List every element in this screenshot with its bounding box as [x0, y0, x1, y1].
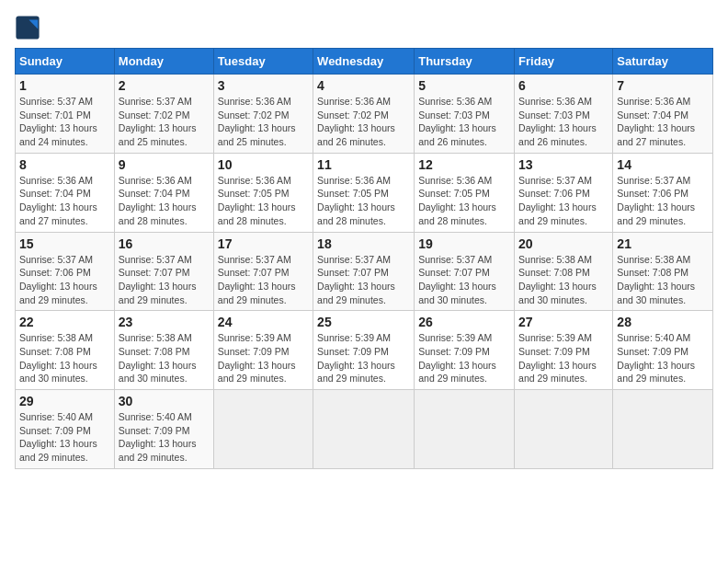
- day-number: 30: [119, 394, 210, 408]
- calendar-day-cell: 1 Sunrise: 5:37 AM Sunset: 7:01 PM Dayli…: [16, 75, 115, 154]
- day-number: 10: [218, 157, 309, 172]
- calendar-table: SundayMondayTuesdayWednesdayThursdayFrid…: [15, 48, 713, 469]
- day-number: 3: [218, 78, 309, 93]
- weekday-header: Wednesday: [313, 49, 415, 75]
- day-info: Sunrise: 5:37 AM Sunset: 7:07 PM Dayligh…: [119, 253, 210, 307]
- weekday-header: Tuesday: [213, 49, 313, 75]
- calendar-week-row: 15 Sunrise: 5:37 AM Sunset: 7:06 PM Dayl…: [16, 232, 713, 311]
- calendar-day-cell: 7 Sunrise: 5:36 AM Sunset: 7:04 PM Dayli…: [613, 75, 713, 154]
- weekday-header: Sunday: [16, 49, 115, 75]
- weekday-row: SundayMondayTuesdayWednesdayThursdayFrid…: [16, 49, 713, 75]
- day-info: Sunrise: 5:40 AM Sunset: 7:09 PM Dayligh…: [617, 331, 709, 385]
- calendar-day-cell: 18 Sunrise: 5:37 AM Sunset: 7:07 PM Dayl…: [313, 232, 415, 311]
- day-info: Sunrise: 5:37 AM Sunset: 7:01 PM Dayligh…: [19, 95, 110, 149]
- day-number: 9: [119, 157, 210, 172]
- calendar-day-cell: 8 Sunrise: 5:36 AM Sunset: 7:04 PM Dayli…: [16, 153, 115, 232]
- day-number: 2: [119, 78, 210, 93]
- day-number: 17: [218, 236, 309, 251]
- calendar-day-cell: 30 Sunrise: 5:40 AM Sunset: 7:09 PM Dayl…: [114, 390, 213, 469]
- day-number: 7: [617, 78, 709, 93]
- calendar-day-cell: 24 Sunrise: 5:39 AM Sunset: 7:09 PM Dayl…: [213, 311, 313, 390]
- day-number: 13: [518, 157, 609, 172]
- calendar-week-row: 22 Sunrise: 5:38 AM Sunset: 7:08 PM Dayl…: [16, 311, 713, 390]
- day-number: 20: [518, 236, 609, 251]
- day-info: Sunrise: 5:37 AM Sunset: 7:02 PM Dayligh…: [119, 95, 210, 149]
- calendar-day-cell: 14 Sunrise: 5:37 AM Sunset: 7:06 PM Dayl…: [613, 153, 713, 232]
- day-info: Sunrise: 5:36 AM Sunset: 7:02 PM Dayligh…: [317, 95, 410, 149]
- calendar-day-cell: 17 Sunrise: 5:37 AM Sunset: 7:07 PM Dayl…: [213, 232, 313, 311]
- day-info: Sunrise: 5:36 AM Sunset: 7:04 PM Dayligh…: [19, 174, 110, 228]
- day-info: Sunrise: 5:38 AM Sunset: 7:08 PM Dayligh…: [19, 331, 110, 385]
- weekday-header: Thursday: [415, 49, 515, 75]
- calendar-week-row: 8 Sunrise: 5:36 AM Sunset: 7:04 PM Dayli…: [16, 153, 713, 232]
- calendar-week-row: 29 Sunrise: 5:40 AM Sunset: 7:09 PM Dayl…: [16, 390, 713, 469]
- day-number: 27: [518, 315, 609, 329]
- day-number: 5: [418, 78, 510, 93]
- day-info: Sunrise: 5:38 AM Sunset: 7:08 PM Dayligh…: [518, 253, 609, 307]
- calendar-day-cell: 15 Sunrise: 5:37 AM Sunset: 7:06 PM Dayl…: [16, 232, 115, 311]
- calendar-day-cell: 28 Sunrise: 5:40 AM Sunset: 7:09 PM Dayl…: [613, 311, 713, 390]
- calendar-day-cell: [313, 390, 415, 469]
- day-info: Sunrise: 5:37 AM Sunset: 7:06 PM Dayligh…: [19, 253, 110, 307]
- day-info: Sunrise: 5:38 AM Sunset: 7:08 PM Dayligh…: [119, 331, 210, 385]
- calendar-day-cell: 12 Sunrise: 5:36 AM Sunset: 7:05 PM Dayl…: [415, 153, 515, 232]
- day-info: Sunrise: 5:36 AM Sunset: 7:03 PM Dayligh…: [518, 95, 609, 149]
- calendar-day-cell: 13 Sunrise: 5:37 AM Sunset: 7:06 PM Dayl…: [515, 153, 613, 232]
- day-number: 23: [119, 315, 210, 329]
- day-info: Sunrise: 5:36 AM Sunset: 7:05 PM Dayligh…: [218, 174, 309, 228]
- day-info: Sunrise: 5:37 AM Sunset: 7:06 PM Dayligh…: [518, 174, 609, 228]
- weekday-header: Friday: [515, 49, 613, 75]
- day-number: 28: [617, 315, 709, 329]
- header: [15, 15, 713, 40]
- day-number: 25: [317, 315, 410, 329]
- day-number: 21: [617, 236, 709, 251]
- day-info: Sunrise: 5:39 AM Sunset: 7:09 PM Dayligh…: [218, 331, 309, 385]
- calendar-day-cell: 5 Sunrise: 5:36 AM Sunset: 7:03 PM Dayli…: [415, 75, 515, 154]
- calendar-day-cell: 22 Sunrise: 5:38 AM Sunset: 7:08 PM Dayl…: [16, 311, 115, 390]
- day-info: Sunrise: 5:36 AM Sunset: 7:03 PM Dayligh…: [418, 95, 510, 149]
- day-info: Sunrise: 5:40 AM Sunset: 7:09 PM Dayligh…: [19, 410, 110, 465]
- calendar-day-cell: [515, 390, 613, 469]
- day-number: 8: [19, 157, 110, 172]
- calendar-day-cell: 4 Sunrise: 5:36 AM Sunset: 7:02 PM Dayli…: [313, 75, 415, 154]
- day-number: 1: [19, 78, 110, 93]
- day-number: 6: [518, 78, 609, 93]
- calendar-day-cell: 21 Sunrise: 5:38 AM Sunset: 7:08 PM Dayl…: [613, 232, 713, 311]
- day-info: Sunrise: 5:37 AM Sunset: 7:07 PM Dayligh…: [317, 253, 410, 307]
- calendar-day-cell: [613, 390, 713, 469]
- day-info: Sunrise: 5:40 AM Sunset: 7:09 PM Dayligh…: [119, 410, 210, 465]
- day-info: Sunrise: 5:36 AM Sunset: 7:05 PM Dayligh…: [317, 174, 410, 228]
- day-info: Sunrise: 5:36 AM Sunset: 7:05 PM Dayligh…: [418, 174, 510, 228]
- day-number: 12: [418, 157, 510, 172]
- day-number: 16: [119, 236, 210, 251]
- day-info: Sunrise: 5:38 AM Sunset: 7:08 PM Dayligh…: [617, 253, 709, 307]
- calendar-day-cell: [213, 390, 313, 469]
- day-number: 29: [19, 394, 110, 408]
- logo: [15, 15, 44, 40]
- calendar-day-cell: 26 Sunrise: 5:39 AM Sunset: 7:09 PM Dayl…: [415, 311, 515, 390]
- weekday-header: Monday: [114, 49, 213, 75]
- svg-rect-0: [16, 16, 39, 39]
- logo-icon: [15, 15, 40, 40]
- day-number: 4: [317, 78, 410, 93]
- day-number: 11: [317, 157, 410, 172]
- calendar-day-cell: 16 Sunrise: 5:37 AM Sunset: 7:07 PM Dayl…: [114, 232, 213, 311]
- calendar-day-cell: 2 Sunrise: 5:37 AM Sunset: 7:02 PM Dayli…: [114, 75, 213, 154]
- calendar-day-cell: 20 Sunrise: 5:38 AM Sunset: 7:08 PM Dayl…: [515, 232, 613, 311]
- day-number: 26: [418, 315, 510, 329]
- calendar-day-cell: 3 Sunrise: 5:36 AM Sunset: 7:02 PM Dayli…: [213, 75, 313, 154]
- calendar-week-row: 1 Sunrise: 5:37 AM Sunset: 7:01 PM Dayli…: [16, 75, 713, 154]
- day-number: 22: [19, 315, 110, 329]
- calendar-day-cell: 9 Sunrise: 5:36 AM Sunset: 7:04 PM Dayli…: [114, 153, 213, 232]
- calendar-body: 1 Sunrise: 5:37 AM Sunset: 7:01 PM Dayli…: [16, 75, 713, 469]
- weekday-header: Saturday: [613, 49, 713, 75]
- calendar-day-cell: 11 Sunrise: 5:36 AM Sunset: 7:05 PM Dayl…: [313, 153, 415, 232]
- calendar-day-cell: 29 Sunrise: 5:40 AM Sunset: 7:09 PM Dayl…: [16, 390, 115, 469]
- day-number: 18: [317, 236, 410, 251]
- calendar-day-cell: 6 Sunrise: 5:36 AM Sunset: 7:03 PM Dayli…: [515, 75, 613, 154]
- calendar-header: SundayMondayTuesdayWednesdayThursdayFrid…: [16, 49, 713, 75]
- day-number: 19: [418, 236, 510, 251]
- calendar-day-cell: 19 Sunrise: 5:37 AM Sunset: 7:07 PM Dayl…: [415, 232, 515, 311]
- day-info: Sunrise: 5:39 AM Sunset: 7:09 PM Dayligh…: [317, 331, 410, 385]
- calendar-day-cell: 25 Sunrise: 5:39 AM Sunset: 7:09 PM Dayl…: [313, 311, 415, 390]
